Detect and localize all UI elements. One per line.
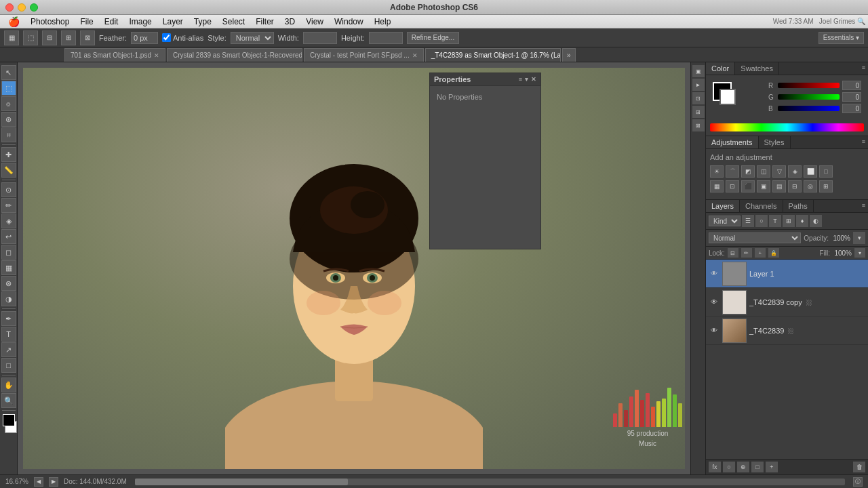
- adj-bw-btn[interactable]: ⬜: [804, 165, 817, 178]
- marquee-tool[interactable]: ⬚: [1, 81, 16, 96]
- layer-3-visibility[interactable]: 👁: [709, 325, 719, 336]
- menu-layer[interactable]: Layer: [157, 15, 189, 28]
- color-panel-menu[interactable]: ≡: [859, 62, 868, 75]
- adj-colorlookup-btn[interactable]: ⊡: [726, 180, 739, 192]
- hand-tool[interactable]: ✋: [1, 378, 16, 392]
- layers-kind-dropdown[interactable]: Kind: [709, 216, 741, 226]
- fill-dropdown-arrow[interactable]: ▾: [854, 248, 865, 258]
- crop-tool[interactable]: ⌗: [1, 127, 16, 142]
- tab-layers[interactable]: Layers: [706, 200, 740, 212]
- side-panel-btn-4[interactable]: ⊞: [692, 106, 705, 118]
- b-input[interactable]: 0: [842, 104, 861, 113]
- g-slider[interactable]: [778, 94, 840, 100]
- adj-exposure-btn[interactable]: ◩: [741, 165, 755, 178]
- menu-help[interactable]: Help: [369, 15, 397, 28]
- tab-adjustments[interactable]: Adjustments: [706, 136, 759, 148]
- adj-vibrance-btn[interactable]: ◫: [757, 165, 770, 178]
- adj-panel-menu[interactable]: ≡: [859, 136, 868, 148]
- layer-2-visibility[interactable]: 👁: [709, 297, 719, 308]
- blend-mode-dropdown[interactable]: Normal: [709, 232, 801, 243]
- anti-alias-checkbox[interactable]: [162, 33, 171, 42]
- side-panel-btn-2[interactable]: ►: [692, 79, 705, 91]
- b-slider[interactable]: [778, 106, 840, 111]
- essentials-button[interactable]: Essentials ▾: [818, 32, 864, 44]
- blur-tool[interactable]: ⊗: [1, 276, 16, 291]
- tool-preset-picker[interactable]: ▦: [4, 30, 19, 45]
- menu-filter[interactable]: Filter: [250, 15, 279, 28]
- menu-view[interactable]: View: [300, 15, 329, 28]
- layers-filter-btn4[interactable]: ⊞: [783, 215, 795, 227]
- tab-more-button[interactable]: »: [562, 48, 576, 62]
- lock-all-btn[interactable]: 🔒: [768, 248, 779, 258]
- shape-tool[interactable]: □: [1, 358, 16, 373]
- minimize-button[interactable]: [18, 3, 26, 12]
- layer-fx-button[interactable]: fx: [709, 462, 721, 472]
- foreground-color[interactable]: [3, 414, 15, 426]
- marquee-tool-icon[interactable]: ⬚: [23, 30, 38, 45]
- anti-alias-checkbox-area[interactable]: Anti-alias: [162, 33, 203, 42]
- layers-filter-btn3[interactable]: T: [769, 215, 781, 227]
- marquee-subtype2[interactable]: ⊞: [61, 30, 76, 45]
- close-button[interactable]: [5, 3, 14, 12]
- opacity-dropdown-arrow[interactable]: ▾: [853, 232, 865, 244]
- adj-colorbalance-btn[interactable]: ◈: [788, 165, 802, 178]
- status-scrollbar[interactable]: [135, 479, 845, 485]
- tab-color[interactable]: Color: [706, 62, 735, 75]
- status-play-btn[interactable]: ▶: [49, 477, 58, 487]
- menu-type[interactable]: Type: [189, 15, 217, 28]
- tab-styles[interactable]: Styles: [759, 136, 791, 148]
- side-panel-btn-5[interactable]: ⊠: [692, 119, 705, 131]
- brush-tool[interactable]: ✏: [1, 198, 16, 213]
- style-dropdown[interactable]: Normal: [231, 32, 274, 44]
- spectrum-bar[interactable]: [710, 123, 864, 131]
- adj-threshold-btn[interactable]: ▤: [772, 180, 786, 192]
- properties-panel-collapse[interactable]: ▾: [525, 76, 528, 83]
- tab-channels[interactable]: Channels: [740, 200, 783, 212]
- height-input[interactable]: [369, 32, 403, 44]
- g-input[interactable]: 0: [842, 92, 861, 102]
- tab-swatches[interactable]: Swatches: [735, 62, 779, 75]
- menu-select[interactable]: Select: [217, 15, 250, 28]
- menu-image[interactable]: Image: [123, 15, 157, 28]
- adj-channel-mixer-btn[interactable]: ▦: [710, 180, 724, 192]
- layer-new-button[interactable]: +: [766, 462, 778, 472]
- layers-filter-btn1[interactable]: ☰: [742, 215, 754, 227]
- adj-hsl-btn[interactable]: ▽: [772, 165, 786, 178]
- gradient-tool[interactable]: ▦: [1, 260, 16, 275]
- side-panel-btn-3[interactable]: ⊡: [692, 92, 705, 104]
- properties-panel-close[interactable]: ✕: [531, 76, 536, 83]
- adj-levels-btn[interactable]: ⊞: [819, 180, 833, 192]
- lock-transparent-btn[interactable]: ⊟: [728, 248, 738, 258]
- adj-curves-btn[interactable]: ⌒: [726, 165, 739, 178]
- marquee-subtype1[interactable]: ⊟: [42, 30, 57, 45]
- lock-position-btn[interactable]: +: [755, 248, 766, 258]
- status-info-btn[interactable]: ⓘ: [853, 477, 863, 487]
- clone-tool[interactable]: ◈: [1, 214, 16, 228]
- side-panel-btn-1[interactable]: ▣: [692, 65, 705, 77]
- move-tool[interactable]: ↖: [1, 65, 16, 80]
- r-input[interactable]: 0: [842, 81, 861, 90]
- ruler-tool[interactable]: 📏: [1, 163, 16, 178]
- maximize-button[interactable]: [30, 3, 38, 12]
- layer-item-3[interactable]: 👁 _T4C2839 ⛓: [706, 317, 868, 345]
- feather-input[interactable]: 0 px: [131, 32, 158, 44]
- layers-filter-btn5[interactable]: ♦: [796, 215, 808, 227]
- menu-photoshop[interactable]: Photoshop: [25, 15, 75, 28]
- r-slider[interactable]: [778, 83, 840, 88]
- path-select-tool[interactable]: ↗: [1, 342, 16, 357]
- zoom-tool[interactable]: 🔍: [1, 393, 16, 408]
- adj-photo-filter-btn[interactable]: □: [819, 165, 833, 178]
- doc-tab-1[interactable]: 701 as Smart Object-1.psd✕: [64, 48, 165, 62]
- layer-1-visibility[interactable]: 👁: [709, 268, 719, 279]
- layer-item-1[interactable]: 👁 Layer 1: [706, 260, 868, 288]
- adj-posterize-btn[interactable]: ▣: [757, 180, 770, 192]
- adj-gradientmap-btn[interactable]: ⊟: [788, 180, 802, 192]
- menu-edit[interactable]: Edit: [99, 15, 124, 28]
- canvas-area[interactable]: Properties ≡ ▾ ✕ No Properties 95 produc…: [18, 62, 690, 474]
- refine-edge-button[interactable]: Refine Edge...: [407, 32, 459, 44]
- eyedropper-tool[interactable]: ✚: [1, 147, 16, 162]
- width-input[interactable]: [303, 32, 337, 44]
- history-tool[interactable]: ↩: [1, 229, 16, 244]
- type-tool[interactable]: T: [1, 327, 16, 342]
- color-preview-area[interactable]: [713, 82, 737, 106]
